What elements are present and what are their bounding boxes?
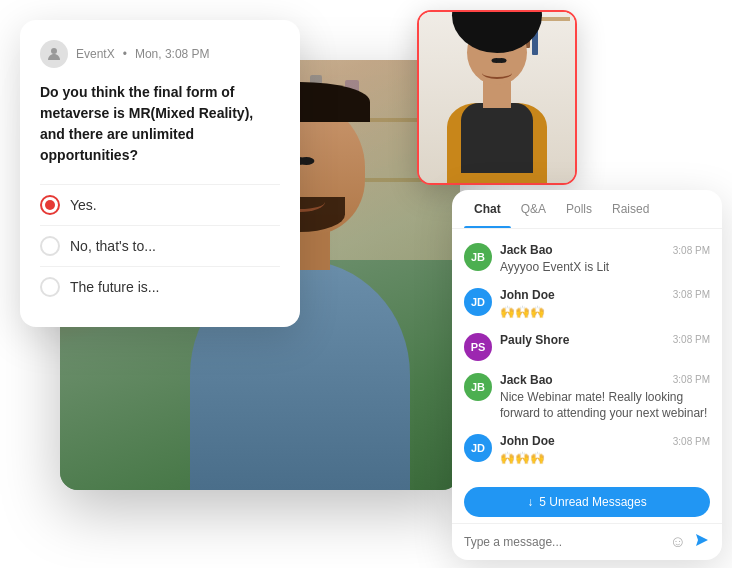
tab-raised[interactable]: Raised: [602, 190, 659, 228]
chat-message: JB Jack Bao 3:08 PM Ayyyoo EventX is Lit: [464, 237, 710, 282]
chat-messages: JB Jack Bao 3:08 PM Ayyyoo EventX is Lit…: [452, 229, 722, 481]
message-content: John Doe 3:08 PM 🙌🙌🙌: [500, 288, 710, 321]
chat-message: JB Jack Bao 3:08 PM Nice Webinar mate! R…: [464, 367, 710, 429]
chat-message: JD John Doe 3:08 PM 🙌🙌🙌: [464, 428, 710, 473]
message-header: Jack Bao 3:08 PM: [500, 243, 710, 257]
emoji-icon[interactable]: ☺: [670, 533, 686, 551]
message-header: John Doe 3:08 PM: [500, 434, 710, 448]
message-content: Pauly Shore 3:08 PM: [500, 333, 710, 349]
poll-meta: EventX: [76, 47, 115, 61]
message-time: 3:08 PM: [673, 436, 710, 447]
message-time: 3:08 PM: [673, 245, 710, 256]
poll-option-yes[interactable]: Yes.: [40, 184, 280, 225]
message-header: Pauly Shore 3:08 PM: [500, 333, 710, 347]
poll-option-future-label: The future is...: [70, 279, 159, 295]
chat-tabs: Chat Q&A Polls Raised: [452, 190, 722, 229]
tab-polls[interactable]: Polls: [556, 190, 602, 228]
message-text: 🙌🙌🙌: [500, 450, 710, 467]
radio-future[interactable]: [40, 277, 60, 297]
radio-yes-inner: [45, 200, 55, 210]
avatar-jb: JB: [464, 243, 492, 271]
radio-no[interactable]: [40, 236, 60, 256]
message-content: Jack Bao 3:08 PM Ayyyoo EventX is Lit: [500, 243, 710, 276]
message-header: Jack Bao 3:08 PM: [500, 373, 710, 387]
avatar-ps: PS: [464, 333, 492, 361]
message-header: John Doe 3:08 PM: [500, 288, 710, 302]
poll-header: EventX • Mon, 3:08 PM: [40, 40, 280, 68]
poll-time: Mon, 3:08 PM: [135, 47, 210, 61]
message-avatar: JD: [464, 288, 492, 316]
small-video: [417, 10, 577, 185]
message-sender: John Doe: [500, 288, 555, 302]
poll-option-no-label: No, that's to...: [70, 238, 156, 254]
send-icon[interactable]: [694, 532, 710, 552]
message-avatar: JD: [464, 434, 492, 462]
chat-message: PS Pauly Shore 3:08 PM: [464, 327, 710, 367]
small-video-content: [419, 12, 575, 183]
chat-message: JD John Doe 3:08 PM 🙌🙌🙌: [464, 282, 710, 327]
poll-question: Do you think the final form of metaverse…: [40, 82, 280, 166]
message-time: 3:08 PM: [673, 334, 710, 345]
message-content: John Doe 3:08 PM 🙌🙌🙌: [500, 434, 710, 467]
message-text: Ayyyoo EventX is Lit: [500, 259, 710, 276]
radio-yes[interactable]: [40, 195, 60, 215]
unread-messages-button[interactable]: ↓ 5 Unread Messages: [464, 487, 710, 517]
unread-arrow-icon: ↓: [527, 495, 533, 509]
poll-option-yes-label: Yes.: [70, 197, 97, 213]
svg-point-0: [51, 48, 57, 54]
poll-option-no[interactable]: No, that's to...: [40, 225, 280, 266]
chat-panel: Chat Q&A Polls Raised JB Jack Bao 3:08 P…: [452, 190, 722, 560]
poll-separator: •: [123, 47, 127, 61]
message-sender: Jack Bao: [500, 373, 553, 387]
message-sender: Pauly Shore: [500, 333, 569, 347]
message-text: Nice Webinar mate! Really looking forwar…: [500, 389, 710, 423]
unread-label: 5 Unread Messages: [539, 495, 646, 509]
tab-qa[interactable]: Q&A: [511, 190, 556, 228]
message-avatar: PS: [464, 333, 492, 361]
poll-option-future[interactable]: The future is...: [40, 266, 280, 307]
message-sender: Jack Bao: [500, 243, 553, 257]
message-content: Jack Bao 3:08 PM Nice Webinar mate! Real…: [500, 373, 710, 423]
avatar-jb2: JB: [464, 373, 492, 401]
poll-sender-avatar: [40, 40, 68, 68]
message-time: 3:08 PM: [673, 289, 710, 300]
avatar-jd2: JD: [464, 434, 492, 462]
poll-card: EventX • Mon, 3:08 PM Do you think the f…: [20, 20, 300, 327]
message-text: 🙌🙌🙌: [500, 304, 710, 321]
chat-input-area: ☺: [452, 523, 722, 560]
message-avatar: JB: [464, 373, 492, 401]
message-avatar: JB: [464, 243, 492, 271]
message-time: 3:08 PM: [673, 374, 710, 385]
tab-chat[interactable]: Chat: [464, 190, 511, 228]
avatar-jd: JD: [464, 288, 492, 316]
message-sender: John Doe: [500, 434, 555, 448]
chat-input[interactable]: [464, 535, 662, 549]
